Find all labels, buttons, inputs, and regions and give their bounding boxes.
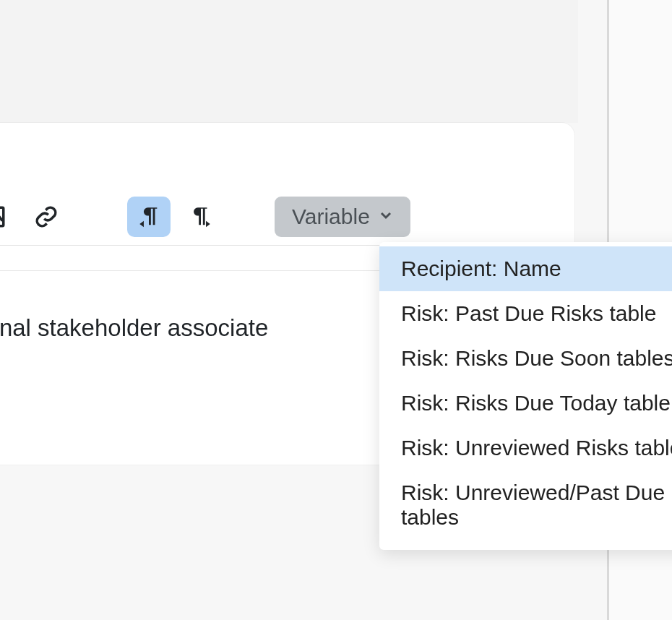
variable-dropdown-label: Variable	[292, 204, 370, 229]
top-background	[0, 0, 578, 123]
variable-dropdown-menu: Recipient: Name Risk: Past Due Risks tab…	[379, 242, 672, 550]
insert-image-button[interactable]	[0, 197, 16, 237]
dropdown-item-recipient-name[interactable]: Recipient: Name	[379, 246, 672, 291]
insert-link-button[interactable]	[25, 197, 68, 237]
chevron-down-icon	[377, 204, 395, 229]
dropdown-item-unreviewed[interactable]: Risk: Unreviewed Risks table	[379, 426, 672, 470]
editor-toolbar: Ω Variable	[0, 188, 574, 246]
rtl-paragraph-button[interactable]	[127, 197, 171, 237]
dropdown-item-past-due[interactable]: Risk: Past Due Risks table	[379, 291, 672, 336]
dropdown-item-due-soon[interactable]: Risk: Risks Due Soon tables	[379, 336, 672, 381]
dropdown-item-unreviewed-past-due[interactable]: Risk: Unreviewed/Past Due Risks tables	[379, 470, 672, 540]
dropdown-item-due-today[interactable]: Risk: Risks Due Today table	[379, 381, 672, 426]
variable-dropdown-button[interactable]: Variable	[275, 197, 410, 237]
ltr-paragraph-button[interactable]	[179, 197, 223, 237]
